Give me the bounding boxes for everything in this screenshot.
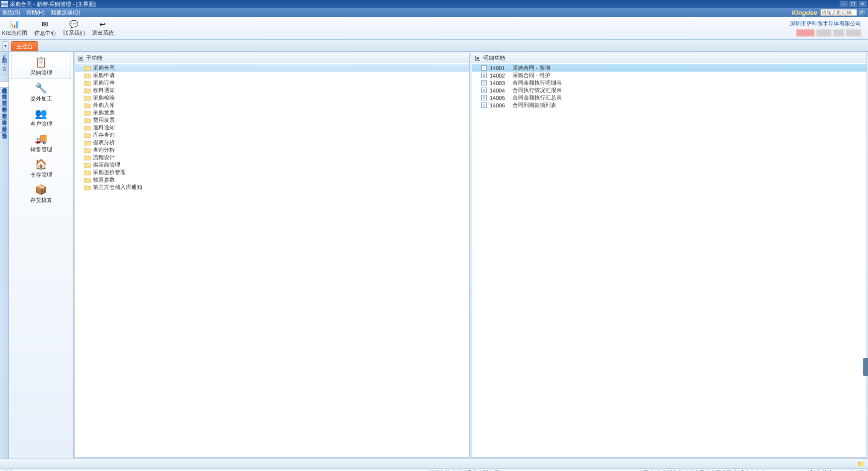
tab-main-console[interactable]: 主控台 xyxy=(11,41,38,51)
sub-function-item[interactable]: 外购入库 xyxy=(75,101,469,109)
collapse-icon[interactable]: ▣ xyxy=(78,56,83,61)
detail-function-item[interactable]: 14003合同金额执行明细表 xyxy=(472,79,867,87)
sub-function-title: 子功能 xyxy=(86,54,102,62)
sub-function-item[interactable]: 流程设计 xyxy=(75,154,469,161)
company-name: 深圳市萨科微半导体有限公司 xyxy=(790,20,861,27)
mnemonic-search-input[interactable] xyxy=(820,9,857,16)
sub-function-label: 采购检验 xyxy=(93,94,115,101)
collapse-icon[interactable]: ▣ xyxy=(475,56,480,61)
module-icon: 🏠 xyxy=(34,158,49,170)
status-period: 总账：2021年9期 xyxy=(819,469,868,471)
sub-function-label: 核算参数 xyxy=(93,176,115,184)
sub-function-item[interactable]: 退料通知 xyxy=(75,124,469,131)
detail-function-item[interactable]: 14006合同到期款项列表 xyxy=(472,101,867,109)
window-title: 采购合同 - 新增-采购管理 - [主界面] xyxy=(10,0,839,8)
detail-function-item[interactable]: 14005合同金额执行汇总表 xyxy=(472,94,867,101)
detail-function-item[interactable]: 14004合同执行情况汇报表 xyxy=(472,87,867,94)
menu-feedback[interactable]: 我要反馈(Q) xyxy=(51,9,81,16)
detail-label: 合同执行情况汇报表 xyxy=(513,87,562,94)
sub-function-item[interactable]: 核算参数 xyxy=(75,176,469,184)
maximize-button[interactable]: ❐ xyxy=(849,0,858,7)
folder-icon xyxy=(84,88,91,94)
module-item-0[interactable]: 📋采购管理 xyxy=(11,54,71,79)
document-icon xyxy=(481,65,487,71)
close-button[interactable]: ✕ xyxy=(858,0,867,7)
detail-label: 合同金额执行明细表 xyxy=(513,79,562,87)
detail-label: 合同金额执行汇总表 xyxy=(513,94,562,101)
sub-function-label: 采购订单 xyxy=(93,79,115,87)
sub-function-item[interactable]: 采购合同 xyxy=(75,64,469,72)
module-icon: 📋 xyxy=(34,56,49,68)
detail-function-item[interactable]: 14002采购合同 - 维护 xyxy=(472,72,867,79)
detail-function-item[interactable]: 14001采购合同 - 新增 xyxy=(472,64,867,72)
minimize-button[interactable]: – xyxy=(839,0,848,7)
detail-label: 采购合同 - 维护 xyxy=(513,72,550,79)
document-icon xyxy=(481,80,487,86)
toolbar-contact[interactable]: 💬 联系我们 xyxy=(63,20,85,37)
tab-dropdown-button[interactable]: ▼ xyxy=(2,41,9,50)
sub-function-item[interactable]: 采购订单 xyxy=(75,79,469,87)
module-item-3[interactable]: 🚚销售管理 xyxy=(11,131,71,155)
module-item-4[interactable]: 🏠仓存管理 xyxy=(11,156,71,181)
right-collapse-handle[interactable] xyxy=(863,358,868,376)
folder-icon xyxy=(84,110,91,116)
detail-code: 14004 xyxy=(490,88,510,94)
detail-function-list: 14001采购合同 - 新增14002采购合同 - 维护14003合同金额执行明… xyxy=(472,63,867,457)
detail-code: 14005 xyxy=(490,95,510,101)
toolbar-flowchart[interactable]: 📊 KIS流程图 xyxy=(2,20,27,37)
search-button[interactable]: 🔍 xyxy=(858,9,866,16)
toolbar-info-center[interactable]: ✉ 信息中心 xyxy=(34,20,56,37)
vtab-8[interactable]: 经营分析 xyxy=(0,120,8,126)
folder-icon xyxy=(84,65,91,71)
vtab-1[interactable]: 财务会计 xyxy=(0,75,8,82)
vertical-category-bar: 我的KIS财务会计供应链电商管理门店管理全网营销生产管理人事管理经营分析系统设置 xyxy=(0,52,9,459)
sub-function-label: 报表分析 xyxy=(93,139,115,146)
vtab-0[interactable]: 我的KIS xyxy=(0,52,8,75)
sub-function-item[interactable]: 报表分析 xyxy=(75,139,469,146)
folder-icon xyxy=(84,95,91,101)
sub-function-item[interactable]: 收料通知 xyxy=(75,87,469,94)
sub-function-label: 采购发票 xyxy=(93,109,115,116)
vtab-2[interactable]: 供应链 xyxy=(0,82,8,88)
module-item-1[interactable]: 🔧委外加工 xyxy=(11,80,71,104)
sub-function-item[interactable]: 采购发票 xyxy=(75,109,469,116)
folder-icon xyxy=(84,73,91,79)
menu-system[interactable]: 系统(S) xyxy=(2,9,20,16)
sub-function-item[interactable]: 供应商管理 xyxy=(75,161,469,169)
sub-function-label: 收料通知 xyxy=(93,87,115,94)
content-area: ▣ 子功能 采购合同采购申请采购订单收料通知采购检验外购入库采购发票费用发票退料… xyxy=(74,52,868,459)
folder-icon xyxy=(84,125,91,131)
menu-help[interactable]: 帮助(H) xyxy=(26,9,45,16)
sub-function-item[interactable]: 查询分析 xyxy=(75,146,469,154)
vtab-9[interactable]: 系统设置 xyxy=(0,126,8,133)
vtab-4[interactable]: 门店管理 xyxy=(0,94,8,100)
sub-function-label: 采购进价管理 xyxy=(93,169,126,176)
module-icon: 🚚 xyxy=(34,133,49,145)
module-label: 仓存管理 xyxy=(30,171,52,179)
folder-icon xyxy=(84,132,91,138)
module-item-2[interactable]: 👥客户管理 xyxy=(11,105,71,130)
vtab-7[interactable]: 人事管理 xyxy=(0,113,8,120)
brand-logo: Kingdee xyxy=(792,9,817,16)
sub-function-item[interactable]: 采购进价管理 xyxy=(75,169,469,176)
sub-function-item[interactable]: 采购申请 xyxy=(75,72,469,79)
sub-function-label: 流程设计 xyxy=(93,154,115,161)
sub-function-item[interactable]: 费用发票 xyxy=(75,116,469,124)
document-icon xyxy=(481,102,487,108)
vtab-6[interactable]: 生产管理 xyxy=(0,107,8,113)
module-item-5[interactable]: 📦存货核算 xyxy=(11,182,71,206)
sub-function-item[interactable]: 库存查询 xyxy=(75,131,469,139)
footer-tool-row: 📁 xyxy=(0,459,868,469)
sub-function-label: 第三方仓储入库通知 xyxy=(93,184,142,191)
sub-function-label: 库存查询 xyxy=(93,131,115,139)
vtab-5[interactable]: 全网营销 xyxy=(0,100,8,107)
status-bar: 就绪 深圳市萨科微半导体有限公司 正式版-深圳市萨科微半导体有限公司 【账套大小… xyxy=(0,469,868,471)
detail-function-title: 明细功能 xyxy=(483,54,505,62)
sub-function-item[interactable]: 采购检验 xyxy=(75,94,469,101)
folder-icon xyxy=(84,102,91,108)
footer-tool-icon[interactable]: 📁 xyxy=(857,461,865,468)
vtab-3[interactable]: 电商管理 xyxy=(0,88,8,94)
sub-function-label: 采购合同 xyxy=(93,64,115,72)
sub-function-item[interactable]: 第三方仓储入库通知 xyxy=(75,184,469,191)
toolbar-exit[interactable]: ↩ 退出系统 xyxy=(92,20,114,37)
